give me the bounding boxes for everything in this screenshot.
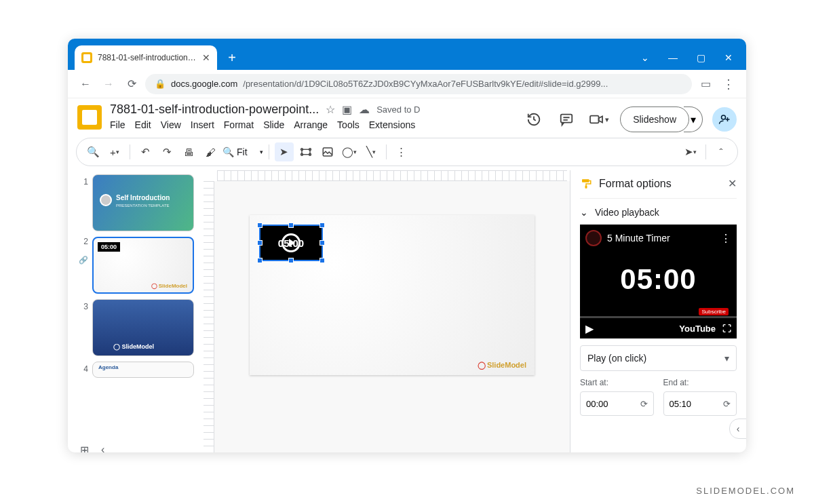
youtube-label[interactable]: YouTube — [679, 324, 716, 334]
menu-insert[interactable]: Insert — [191, 119, 214, 130]
window-close-button[interactable]: ✕ — [724, 52, 733, 63]
share-button[interactable] — [712, 107, 737, 132]
video-title: 5 Minute Timer — [607, 233, 670, 244]
menu-extensions[interactable]: Extensions — [369, 119, 415, 130]
print-button[interactable]: 🖶 — [179, 142, 198, 161]
menu-edit[interactable]: Edit — [135, 119, 151, 130]
nav-forward-button[interactable]: → — [99, 75, 118, 94]
slide-thumb-4[interactable]: Agenda — [92, 362, 194, 378]
menu-tools[interactable]: Tools — [337, 119, 360, 130]
undo-button[interactable]: ↶ — [136, 142, 155, 161]
slide-thumb-3[interactable]: ◯ SlideModel — [92, 299, 194, 356]
new-slide-button[interactable]: + ▾ — [105, 142, 124, 161]
filmstrip: 1 Self Introduction PRESENTATION TEMPLAT… — [68, 170, 204, 452]
meet-button[interactable]: ▾ — [587, 108, 610, 131]
panel-title: Format options — [599, 178, 672, 190]
channel-avatar-icon — [585, 230, 602, 246]
paint-format-button[interactable]: 🖌 — [201, 142, 220, 161]
new-tab-button[interactable]: + — [222, 48, 241, 67]
refresh-icon[interactable]: ⟳ — [723, 399, 731, 409]
tab-title: 7881-01-self-introduction-powe — [98, 53, 197, 62]
slide-thumb-1[interactable]: Self Introduction PRESENTATION TEMPLATE — [92, 174, 194, 231]
lock-icon: 🔒 — [155, 79, 166, 89]
slideshow-dropdown[interactable]: ▾ — [684, 106, 703, 132]
menu-arrange[interactable]: Arrange — [294, 119, 328, 130]
menu-format[interactable]: Format — [224, 119, 254, 130]
video-menu-icon[interactable]: ⋮ — [720, 232, 731, 245]
canvas-viewport[interactable]: 05:00 SlideModel — [214, 181, 570, 452]
url-field[interactable]: 🔒 docs.google.com /presentation/d/1D9CiL… — [145, 74, 692, 94]
page-watermark: SLIDEMODEL.COM — [696, 486, 795, 496]
window-maximize-button[interactable]: ▢ — [697, 52, 705, 63]
ruler-vertical — [204, 181, 214, 452]
refresh-icon[interactable]: ⟳ — [640, 399, 648, 409]
end-at-input[interactable]: 05:10 ⟳ — [663, 391, 737, 416]
slide-thumb-2[interactable]: 05:00 SlideModel — [92, 237, 194, 294]
menu-view[interactable]: View — [161, 119, 181, 130]
video-object[interactable]: 05:00 — [259, 225, 323, 261]
video-preview[interactable]: 5 Minute Timer ⋮ 05:00 Subscribe ▶ YouTu… — [580, 225, 737, 338]
toolbar: 🔍 + ▾ ↶ ↷ 🖶 🖌 🔍 Fit ▾ ➤ ◯▾ ╲▾ ⋮ ➤▾ ˆ — [76, 138, 738, 166]
textbox-tool[interactable] — [296, 142, 315, 161]
redo-button[interactable]: ↷ — [157, 142, 176, 161]
browser-menu-button[interactable]: ⋮ — [719, 77, 738, 92]
section-title: Video playback — [595, 207, 659, 218]
link-icon: 🔗 — [79, 256, 88, 265]
panel-close-button[interactable]: ✕ — [728, 177, 737, 190]
subscribe-badge[interactable]: Subscribe — [699, 308, 729, 315]
save-status: Saved to D — [376, 104, 420, 115]
collapse-filmstrip-button[interactable]: ‹ — [101, 444, 104, 452]
svg-rect-0 — [561, 115, 573, 123]
slidemodel-watermark: SlideModel — [478, 361, 526, 370]
browser-tab[interactable]: 7881-01-self-introduction-powe ✕ — [75, 45, 217, 70]
menu-file[interactable]: File — [110, 119, 125, 130]
more-tools[interactable]: ⋮ — [392, 142, 411, 161]
url-path: /presentation/d/1D9CiL08o5T6ZzJD0xB9CYyM… — [243, 79, 608, 89]
play-icon[interactable]: ▶ — [585, 322, 594, 335]
menu-bar: File Edit View Insert Format Slide Arran… — [110, 119, 421, 130]
line-tool[interactable]: ╲▾ — [362, 142, 381, 161]
move-icon[interactable]: ▣ — [342, 103, 352, 116]
image-tool[interactable] — [318, 142, 337, 161]
cloud-icon[interactable]: ☁ — [359, 103, 370, 116]
tab-close-icon[interactable]: ✕ — [202, 52, 210, 63]
history-button[interactable] — [522, 108, 545, 131]
app-header: 7881-01-self-introduction-powerpoint... … — [68, 98, 746, 132]
start-at-input[interactable]: 00:00 ⟳ — [580, 391, 654, 416]
shape-tool[interactable]: ◯▾ — [340, 142, 359, 161]
grid-view-button[interactable]: ⊞ — [80, 444, 89, 452]
comments-button[interactable] — [555, 108, 578, 131]
fullscreen-icon[interactable]: ⛶ — [722, 324, 731, 334]
svg-point-5 — [722, 115, 726, 119]
pointer-options[interactable]: ➤▾ — [681, 142, 700, 161]
canvas-area: 05:00 SlideModel — [204, 170, 570, 452]
format-options-panel: Format options ✕ ⌄ Video playback 5 Minu… — [570, 170, 746, 452]
titlebar: 7881-01-self-introduction-powe ✕ + ⌄ — ▢… — [68, 39, 746, 70]
nav-reload-button[interactable]: ⟳ — [122, 75, 141, 94]
search-menus-button[interactable]: 🔍 — [83, 142, 102, 161]
toolbar-expand[interactable]: ˆ — [712, 142, 731, 161]
select-tool[interactable]: ➤ — [275, 142, 294, 161]
window-minimize-button[interactable]: — — [668, 52, 678, 63]
end-at-value: 05:10 — [670, 399, 692, 409]
star-icon[interactable]: ☆ — [326, 103, 335, 116]
svg-rect-15 — [585, 185, 587, 189]
svg-rect-14 — [582, 179, 589, 182]
document-title[interactable]: 7881-01-self-introduction-powerpoint... — [110, 102, 319, 117]
section-video-playback[interactable]: ⌄ Video playback — [580, 207, 737, 218]
zoom-select[interactable]: 🔍 Fit ▾ — [222, 142, 263, 161]
slides-logo-icon[interactable] — [77, 105, 102, 130]
reader-mode-icon[interactable]: ▭ — [696, 75, 715, 94]
slide-canvas[interactable]: 05:00 SlideModel — [250, 215, 535, 375]
slideshow-button[interactable]: Slideshow — [620, 106, 689, 132]
address-bar: ← → ⟳ 🔒 docs.google.com /presentation/d/… — [68, 70, 746, 98]
dropdown-icon: ▾ — [724, 353, 729, 364]
window-chevron-icon[interactable]: ⌄ — [641, 52, 649, 63]
menu-slide[interactable]: Slide — [263, 119, 284, 130]
nav-back-button[interactable]: ← — [76, 75, 95, 94]
svg-rect-3 — [590, 116, 599, 123]
thumb-num-3: 3 — [79, 302, 88, 311]
play-mode-select[interactable]: Play (on click) ▾ — [580, 345, 737, 371]
end-at-label: End at: — [663, 378, 737, 387]
side-panel-toggle[interactable]: ‹ — [729, 419, 746, 439]
